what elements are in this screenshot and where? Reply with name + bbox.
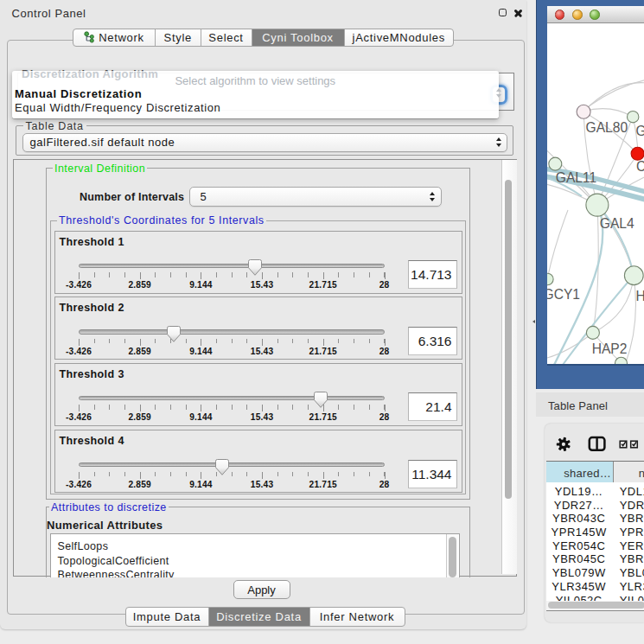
svg-text:GCY1: GCY1 xyxy=(547,287,580,302)
svg-text:GAL11: GAL11 xyxy=(555,170,596,185)
svg-text:HAP2: HAP2 xyxy=(591,341,627,356)
svg-text:GAL4: GAL4 xyxy=(599,216,634,231)
svg-text:HA: HA xyxy=(635,289,644,303)
svg-text:GAL80: GAL80 xyxy=(585,119,628,134)
svg-text:GA: GA xyxy=(635,123,644,137)
svg-text:C: C xyxy=(636,159,644,174)
